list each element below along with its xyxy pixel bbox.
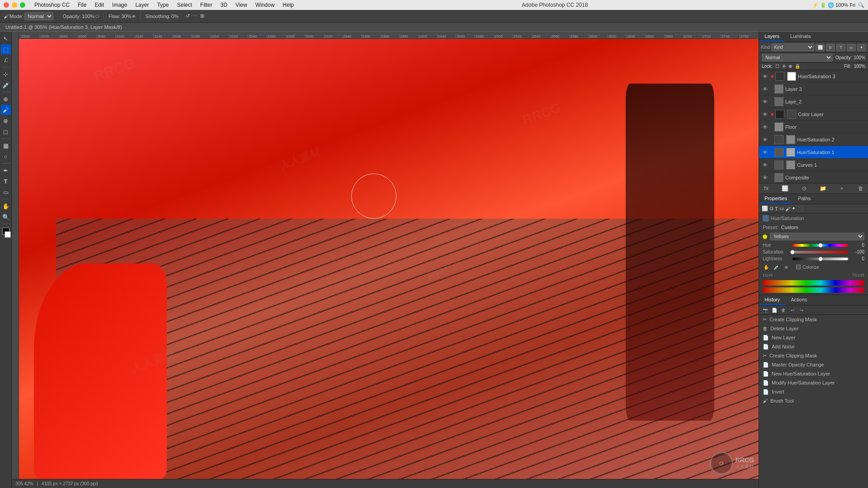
layer-visibility-toggle[interactable]: 👁 [762, 86, 768, 92]
move-tool[interactable]: ↖ [1, 33, 11, 43]
layer-visibility-toggle[interactable]: 👁 [762, 162, 768, 168]
layer-item[interactable]: 👁 Layer 3 [759, 83, 868, 95]
blur-tool[interactable]: ○ [1, 151, 11, 161]
menu-photoshop[interactable]: Photoshop CC [31, 1, 73, 9]
history-snapshot-btn[interactable]: 📷 [762, 307, 769, 313]
minimize-button[interactable] [12, 2, 17, 8]
gradient-tool[interactable]: ▦ [1, 141, 11, 150]
menu-3d[interactable]: 3D [217, 1, 231, 9]
menu-view[interactable]: View [232, 1, 251, 9]
layer-visibility-toggle[interactable]: 👁 [762, 174, 768, 181]
filter-pixel-btn[interactable]: ⬜ [816, 44, 825, 51]
layer-visibility-toggle[interactable]: 👁 [762, 136, 768, 143]
background-color[interactable] [5, 231, 11, 238]
layer-visibility-toggle[interactable]: 👁 [762, 149, 768, 155]
layer-item[interactable]: 👁 Laye_2 [759, 95, 868, 108]
selection-tool[interactable]: ⬚ [1, 44, 11, 54]
history-delete-btn[interactable]: 🗑 [780, 307, 787, 313]
saturation-slider-thumb[interactable] [790, 250, 795, 254]
shape-tool[interactable]: ▭ [1, 187, 11, 197]
filter-shape-btn[interactable]: ▭ [847, 44, 856, 51]
close-button[interactable] [4, 2, 9, 8]
reset-icon[interactable]: ↺ [186, 13, 190, 19]
blend-mode-select[interactable]: Normal [762, 54, 833, 61]
clone-tool[interactable]: ⊗ [1, 116, 11, 126]
layer-item[interactable]: 👁 Hue/Saturation 3 [759, 70, 868, 83]
tab-history[interactable]: History [759, 295, 785, 305]
lock-none-icon[interactable]: ☐ [775, 64, 779, 69]
eraser-tool[interactable]: ◻ [1, 127, 11, 136]
history-item[interactable]: 📄 New Layer [759, 333, 868, 342]
history-step-fwd-btn[interactable]: ↪ [798, 307, 805, 313]
filter-adjust-btn[interactable]: ⊙ [826, 44, 835, 51]
menu-image[interactable]: Image [108, 1, 131, 9]
history-item[interactable]: ✂ Create Clipping Mask [759, 315, 868, 324]
layer-item[interactable]: 👁 Composite [759, 171, 868, 183]
tab-properties[interactable]: Properties [759, 194, 793, 204]
layer-visibility-toggle[interactable]: 👁 [762, 111, 768, 117]
color-selector[interactable] [1, 228, 11, 241]
symmetry-icon[interactable]: ⊞ [200, 13, 204, 19]
history-item[interactable]: ✂ Create Clipping Mask [759, 351, 868, 360]
history-item[interactable]: 📄 Modify Hue/Saturation Layer [759, 378, 868, 387]
layer-visibility-toggle[interactable]: 👁 [762, 99, 768, 105]
menu-type[interactable]: Type [153, 1, 172, 9]
zoom-tool[interactable]: 🔍 [1, 212, 11, 222]
hue-slider-thumb[interactable] [818, 243, 823, 248]
delete-layer-button[interactable]: 🗑 [856, 185, 865, 192]
hue-slider[interactable] [793, 244, 848, 247]
menu-filter[interactable]: Filter [197, 1, 216, 9]
menu-file[interactable]: File [74, 1, 90, 9]
history-item[interactable]: 🖌 Brush Tool [759, 396, 868, 405]
color-picker2-icon[interactable]: ⊕ [783, 263, 790, 271]
lock-move-icon[interactable]: ⊕ [788, 64, 792, 69]
history-step-back-btn[interactable]: ↩ [789, 307, 796, 313]
menu-help[interactable]: Help [279, 1, 297, 9]
tab-actions[interactable]: Actions [785, 295, 812, 305]
maximize-button[interactable] [20, 2, 25, 8]
colorize-toggle[interactable]: Colorize [793, 264, 823, 271]
brush-tool[interactable]: 🖌 [1, 105, 11, 115]
new-layer-button[interactable]: + [837, 185, 846, 192]
layer-item[interactable]: 👁 Color Layer [759, 108, 868, 121]
color-picker-icon[interactable]: 💉 [773, 263, 780, 271]
history-item[interactable]: 📄 Add Noise [759, 342, 868, 351]
hand-tool[interactable]: ✋ [1, 201, 11, 211]
add-fx-button[interactable]: fx [762, 185, 771, 192]
add-adjustment-button[interactable]: ⊙ [800, 185, 809, 192]
filter-smart-btn[interactable]: ✦ [857, 44, 866, 51]
hand-tool-icon[interactable]: ✋ [763, 263, 770, 271]
search-icon[interactable]: 🔍 [858, 2, 864, 8]
tab-luminata[interactable]: Luminata [785, 32, 816, 42]
history-item[interactable]: 📄 Master Opacity Change [759, 360, 868, 369]
history-item[interactable]: 📄 New Hue/Saturation Layer [759, 369, 868, 378]
history-new-doc-btn[interactable]: 📄 [771, 307, 778, 313]
canvas-content[interactable]: RRCG 人人素材 RRCG 人人素材 RRCG ⬡ RRCG 人人素材 [19, 39, 759, 488]
layer-item[interactable]: 👁 Hue/Saturation 1 [759, 146, 868, 159]
lasso-tool[interactable]: 𝓛 [1, 55, 11, 65]
eyedropper-tool[interactable]: 💉 [1, 80, 11, 90]
lock-all-icon[interactable]: 🔒 [795, 64, 800, 69]
lightness-slider-thumb[interactable] [818, 257, 823, 261]
layer-visibility-toggle[interactable]: 👁 [762, 124, 768, 130]
history-item[interactable]: 📄 Invert [759, 387, 868, 396]
layer-item[interactable]: 👁 Curves 1 [759, 159, 868, 171]
saturation-slider[interactable] [793, 251, 848, 253]
lock-pos-icon[interactable]: ✛ [782, 64, 786, 69]
mode-select[interactable]: Normal [24, 12, 53, 20]
tab-layers[interactable]: Layers [759, 32, 785, 42]
colorize-checkbox[interactable] [796, 265, 801, 269]
layer-visibility-toggle[interactable]: 👁 [762, 73, 768, 80]
text-tool[interactable]: T [1, 176, 11, 186]
menu-layer[interactable]: Layer [132, 1, 152, 9]
pen-tool[interactable]: ✒ [1, 165, 11, 175]
extra-icon[interactable]: ⋯ [193, 13, 198, 19]
menu-edit[interactable]: Edit [91, 1, 108, 9]
layer-item[interactable]: 👁 Floor [759, 121, 868, 133]
canvas-image[interactable]: RRCG 人人素材 RRCG 人人素材 RRCG ⬡ RRCG 人人素材 [19, 39, 759, 488]
menu-select[interactable]: Select [173, 1, 195, 9]
add-mask-button[interactable]: ⬜ [781, 185, 790, 192]
tab-paths[interactable]: Paths [793, 194, 816, 204]
filter-type-btn[interactable]: T [836, 44, 845, 51]
kind-filter-select[interactable]: Kind [771, 43, 814, 51]
